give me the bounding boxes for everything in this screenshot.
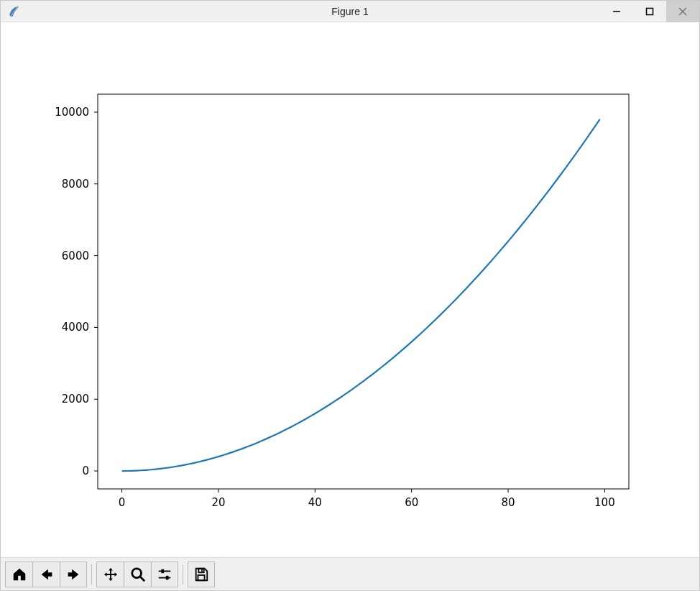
maximize-button[interactable]	[633, 1, 666, 22]
home-button[interactable]	[5, 562, 32, 587]
close-icon	[678, 6, 688, 17]
x-tick-label: 80	[501, 496, 515, 509]
x-tick-label: 100	[594, 496, 615, 509]
svg-rect-21	[161, 569, 164, 573]
arrow-left-icon	[39, 567, 55, 582]
app-window: Figure 1 0204060801000200040006000800010…	[0, 0, 700, 591]
arrow-right-icon	[65, 567, 81, 582]
maximize-icon	[645, 7, 654, 16]
plot-canvas[interactable]: 0204060801000200040006000800010000	[1, 22, 699, 557]
zoom-button[interactable]	[124, 562, 151, 587]
x-tick-label: 60	[405, 496, 418, 509]
svg-rect-5	[98, 94, 629, 489]
toolbar	[1, 557, 699, 590]
line-series	[122, 119, 600, 471]
minimize-icon	[612, 7, 621, 16]
back-button[interactable]	[32, 562, 60, 587]
minimize-button[interactable]	[600, 1, 633, 22]
svg-rect-25	[201, 569, 203, 572]
window-title: Figure 1	[331, 6, 368, 17]
y-tick-label: 10000	[55, 106, 89, 119]
svg-rect-23	[166, 575, 169, 579]
pan-button[interactable]	[96, 562, 124, 587]
move-icon	[103, 567, 119, 582]
y-tick-label: 4000	[62, 321, 89, 334]
svg-line-19	[139, 576, 144, 580]
feather-icon	[6, 4, 21, 19]
y-tick-label: 8000	[62, 178, 89, 191]
y-tick-label: 6000	[62, 249, 89, 262]
plot: 0204060801000200040006000800010000	[1, 22, 699, 557]
subplots-button[interactable]	[151, 562, 178, 587]
window-controls	[600, 1, 699, 22]
x-tick-label: 40	[308, 496, 322, 509]
svg-point-0	[17, 6, 17, 8]
zoom-icon	[130, 567, 146, 582]
close-button[interactable]	[666, 1, 699, 22]
x-tick-label: 0	[119, 496, 126, 509]
x-tick-label: 20	[211, 496, 225, 509]
sliders-icon	[157, 567, 172, 582]
forward-button[interactable]	[60, 562, 87, 587]
save-button[interactable]	[188, 562, 215, 587]
toolbar-separator	[183, 564, 183, 585]
titlebar: Figure 1	[1, 1, 699, 22]
svg-point-18	[132, 568, 141, 577]
save-icon	[193, 567, 209, 582]
svg-rect-26	[198, 574, 204, 579]
y-tick-label: 2000	[62, 393, 89, 406]
svg-rect-2	[647, 9, 653, 15]
y-tick-label: 0	[82, 464, 89, 477]
home-icon	[11, 567, 27, 582]
toolbar-separator	[91, 564, 92, 585]
